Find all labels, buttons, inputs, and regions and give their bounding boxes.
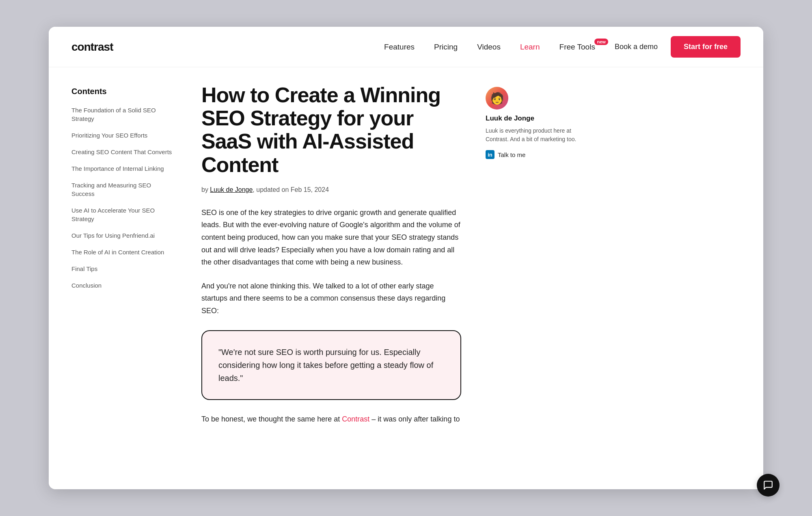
sidebar-item-internal-linking[interactable]: The Importance of Internal Linking bbox=[71, 164, 172, 173]
contrast-link[interactable]: Contrast bbox=[342, 415, 369, 423]
sidebar-item-role-ai[interactable]: The Role of AI in Content Creation bbox=[71, 248, 172, 256]
author-name: Luuk de Jonge bbox=[486, 114, 583, 123]
body-paragraph-2: And you're not alone thinking this. We t… bbox=[201, 280, 461, 317]
nav-link-videos[interactable]: Videos bbox=[477, 43, 501, 52]
author-bio: Luuk is everything product here at Contr… bbox=[486, 127, 583, 144]
main-content: Contents The Foundation of a Solid SEO S… bbox=[49, 67, 763, 489]
sidebar-item-conclusion[interactable]: Conclusion bbox=[71, 281, 172, 290]
quote-block: "We're not sure SEO is worth pursuing fo… bbox=[201, 330, 461, 400]
article: How to Create a Winning SEO Strategy for… bbox=[185, 84, 477, 473]
nav-links: Features Pricing Videos Learn Free Tools… bbox=[384, 43, 595, 52]
sidebar-item-prioritizing[interactable]: Prioritizing Your SEO Efforts bbox=[71, 131, 172, 140]
author-linkedin[interactable]: in Talk to me bbox=[486, 150, 583, 159]
nav-link-pricing[interactable]: Pricing bbox=[434, 43, 458, 52]
article-title: How to Create a Winning SEO Strategy for… bbox=[201, 84, 461, 176]
article-body: SEO is one of the key strategies to driv… bbox=[201, 206, 461, 425]
author-panel: 🧑 Luuk de Jonge Luuk is everything produ… bbox=[477, 84, 583, 473]
new-badge: new bbox=[594, 39, 608, 45]
author-avatar: 🧑 bbox=[486, 87, 508, 110]
article-meta: by Luuk de Jonge, updated on Feb 15, 202… bbox=[201, 186, 461, 194]
sidebar-item-use-ai[interactable]: Use AI to Accelerate Your SEO Strategy bbox=[71, 206, 172, 223]
body-paragraph-3: To be honest, we thought the same here a… bbox=[201, 413, 461, 426]
nav-actions: Book a demo Start for free bbox=[615, 36, 741, 58]
book-demo-link[interactable]: Book a demo bbox=[615, 43, 658, 51]
navbar: contrast Features Pricing Videos Learn F… bbox=[49, 27, 763, 67]
author-link[interactable]: Luuk de Jonge bbox=[210, 186, 253, 193]
browser-window: contrast Features Pricing Videos Learn F… bbox=[49, 27, 763, 489]
sidebar: Contents The Foundation of a Solid SEO S… bbox=[71, 84, 185, 473]
nav-link-features[interactable]: Features bbox=[384, 43, 415, 52]
sidebar-item-creating[interactable]: Creating SEO Content That Converts bbox=[71, 148, 172, 156]
sidebar-item-foundation[interactable]: The Foundation of a Solid SEO Strategy bbox=[71, 106, 172, 123]
chat-icon bbox=[763, 480, 763, 489]
quote-text: "We're not sure SEO is worth pursuing fo… bbox=[218, 346, 444, 385]
logo[interactable]: contrast bbox=[71, 41, 113, 54]
nav-link-learn[interactable]: Learn bbox=[520, 43, 540, 52]
linkedin-icon: in bbox=[486, 150, 495, 159]
sidebar-item-final-tips[interactable]: Final Tips bbox=[71, 264, 172, 273]
nav-link-free-tools[interactable]: Free Tools new bbox=[559, 43, 595, 52]
sidebar-item-penfriend[interactable]: Our Tips for Using Penfriend.ai bbox=[71, 231, 172, 240]
start-for-free-button[interactable]: Start for free bbox=[671, 36, 741, 58]
author-linkedin-label: Talk to me bbox=[498, 151, 525, 158]
sidebar-item-tracking[interactable]: Tracking and Measuring SEO Success bbox=[71, 181, 172, 198]
body-paragraph-1: SEO is one of the key strategies to driv… bbox=[201, 206, 461, 269]
sidebar-title: Contents bbox=[71, 87, 172, 96]
